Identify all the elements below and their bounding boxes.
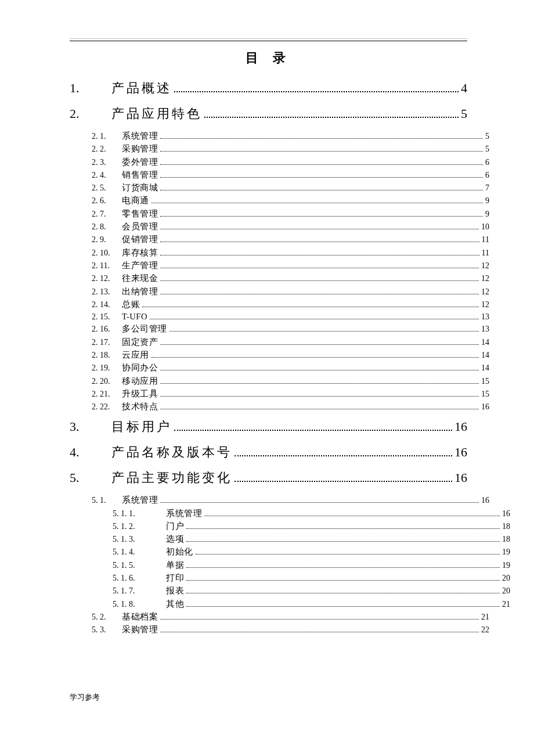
- toc-entry[interactable]: 2. 21.升级工具15: [70, 388, 489, 399]
- toc-entry[interactable]: 2. 10.库存核算11: [70, 247, 489, 258]
- toc-entry-number: 5. 1.: [92, 496, 122, 505]
- toc-entry[interactable]: 5. 1. 8.其他21: [70, 599, 510, 610]
- toc-entry-label: 基础档案: [122, 611, 158, 622]
- toc-leader: [204, 109, 459, 118]
- toc-entry[interactable]: 2. 14.总账12: [70, 299, 489, 310]
- toc-leader: [151, 352, 479, 358]
- toc-entry[interactable]: 2. 3.委外管理6: [70, 157, 489, 168]
- toc-entry[interactable]: 2. 1.系统管理5: [70, 131, 489, 142]
- toc-entry-number: 2. 17.: [92, 338, 122, 347]
- toc-leader: [160, 172, 483, 178]
- toc-entry-number: 2. 20.: [92, 377, 122, 386]
- toc-entry-page: 9: [485, 210, 489, 219]
- toc-entry[interactable]: 2. 18.云应用14: [70, 350, 489, 361]
- toc-entry[interactable]: 5. 3.采购管理22: [70, 624, 489, 635]
- toc-entry-label: 库存核算: [122, 247, 158, 258]
- toc-entry-label: 系统管理: [166, 508, 202, 519]
- toc-entry[interactable]: 5. 1. 5.单据19: [70, 560, 510, 571]
- toc-leader: [196, 549, 500, 555]
- toc-entry-label: 系统管理: [122, 131, 158, 142]
- toc-entry-label: 其他: [166, 599, 184, 610]
- toc-entry[interactable]: 5. 2.基础档案21: [70, 611, 489, 622]
- toc-leader: [160, 498, 479, 503]
- toc-entry[interactable]: 2. 8.会员管理10: [70, 221, 489, 232]
- toc-entry[interactable]: 2. 20.移动应用15: [70, 376, 489, 387]
- document-page: 目 录 1.产品概述42.产品应用特色52. 1.系统管理52. 2.采购管理5…: [0, 0, 534, 635]
- toc-entry-page: 15: [481, 390, 489, 399]
- toc-entry-label: 生产管理: [122, 260, 158, 271]
- toc-entry-number: 5. 1. 4.: [113, 548, 166, 557]
- toc-entry-number: 2. 1.: [92, 132, 122, 141]
- toc-entry[interactable]: 5.产品主要功能变化16: [70, 469, 467, 487]
- toc-entry[interactable]: 5. 1. 7.报表20: [70, 585, 510, 596]
- toc-entry[interactable]: 4.产品名称及版本号16: [70, 444, 467, 461]
- toc-entry-page: 13: [481, 312, 489, 322]
- toc-leader: [160, 224, 479, 229]
- toc-entry-page: 12: [481, 287, 489, 297]
- toc-entry[interactable]: 2. 7.零售管理9: [70, 208, 489, 219]
- toc-leader: [186, 601, 500, 607]
- toc-leader: [169, 326, 479, 332]
- toc-leader: [160, 159, 483, 165]
- toc-entry-number: 2. 8.: [92, 222, 122, 232]
- toc-entry[interactable]: 2. 13.出纳管理12: [70, 286, 489, 297]
- toc-entry-page: 16: [502, 509, 510, 519]
- toc-entry-label: 总账: [122, 299, 140, 310]
- toc-entry-label: 协同办公: [122, 362, 158, 373]
- toc-entry[interactable]: 2. 15.T-UFO13: [70, 312, 489, 322]
- toc-entry-label: 系统管理: [122, 495, 158, 506]
- toc-leader: [160, 211, 483, 217]
- toc-leader: [160, 404, 479, 410]
- toc-entry[interactable]: 2. 16.多公司管理13: [70, 323, 489, 334]
- toc-entry-label: 目标用户: [111, 418, 172, 435]
- toc-entry-number: 5. 1. 6.: [113, 574, 166, 583]
- toc-entry-page: 12: [481, 274, 489, 283]
- toc-entry[interactable]: 5. 1.系统管理16: [70, 495, 489, 506]
- toc-entry[interactable]: 2. 11.生产管理12: [70, 260, 489, 271]
- toc-entry[interactable]: 2. 17.固定资产14: [70, 337, 489, 348]
- toc-entry-label: 技术特点: [122, 401, 158, 412]
- toc-entry-number: 2. 22.: [92, 402, 122, 412]
- toc-entry-page: 13: [481, 325, 489, 334]
- toc-entry[interactable]: 2. 19.协同办公14: [70, 362, 489, 373]
- toc-leader: [160, 133, 483, 139]
- toc-entry-page: 11: [482, 235, 489, 244]
- toc-entry[interactable]: 2. 2.采购管理5: [70, 143, 489, 154]
- toc-entry-page: 11: [482, 249, 489, 258]
- toc-leader: [160, 391, 479, 397]
- toc-entry[interactable]: 5. 1. 6.打印20: [70, 573, 510, 584]
- toc-leader: [160, 276, 479, 282]
- toc-entry-page: 15: [481, 377, 489, 386]
- toc-entry-page: 5: [485, 132, 489, 141]
- toc-entry[interactable]: 5. 1. 3.选项18: [70, 534, 510, 545]
- toc-entry-number: 2. 3.: [92, 158, 122, 167]
- toc-entry-label: 订货商城: [122, 182, 158, 193]
- toc-entry[interactable]: 2.产品应用特色5: [70, 105, 467, 123]
- toc-entry-number: 2. 16.: [92, 325, 122, 334]
- toc-entry[interactable]: 2. 12.往来现金12: [70, 273, 489, 284]
- toc-entry-number: 4.: [70, 445, 111, 460]
- toc-entry-label: 选项: [166, 534, 184, 545]
- toc-entry-page: 5: [461, 106, 467, 121]
- toc-entry[interactable]: 2. 6.电商通9: [70, 195, 489, 206]
- toc-entry-number: 5. 1. 7.: [113, 586, 166, 596]
- toc-leader: [186, 562, 500, 568]
- toc-entry-label: 报表: [166, 585, 184, 596]
- toc-leader: [160, 289, 479, 294]
- toc-entry-page: 20: [502, 586, 510, 596]
- toc-leader: [234, 448, 452, 456]
- toc-entry-page: 14: [481, 338, 489, 347]
- toc-leader: [160, 365, 479, 371]
- header-rule: [70, 41, 467, 41]
- toc-entry[interactable]: 3.目标用户16: [70, 418, 467, 435]
- toc-entry[interactable]: 2. 22.技术特点16: [70, 401, 489, 412]
- toc-entry[interactable]: 2. 9.促销管理11: [70, 234, 489, 245]
- toc-entry[interactable]: 5. 1. 2.门户18: [70, 521, 510, 532]
- toc-entry[interactable]: 1.产品概述4: [70, 80, 467, 97]
- toc-entry[interactable]: 5. 1. 4.初始化19: [70, 546, 510, 557]
- toc-leader: [186, 575, 500, 581]
- toc-entry[interactable]: 2. 4.销售管理6: [70, 170, 489, 181]
- toc-entry[interactable]: 5. 1. 1.系统管理16: [70, 508, 510, 519]
- toc-entry[interactable]: 2. 5.订货商城7: [70, 182, 489, 193]
- toc-entry-label: 往来现金: [122, 273, 158, 284]
